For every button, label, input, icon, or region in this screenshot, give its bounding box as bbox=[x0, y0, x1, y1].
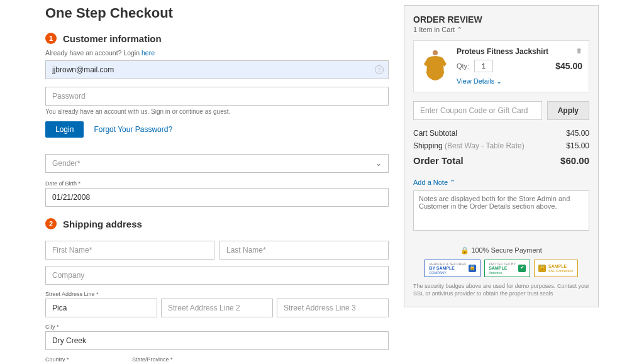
zip-spacer bbox=[219, 356, 302, 362]
street2-field[interactable] bbox=[161, 299, 273, 317]
secure-payment-label: 🔒 100% Secure Payment bbox=[413, 246, 589, 255]
apply-coupon-button[interactable]: Apply bbox=[547, 101, 589, 120]
qty-input[interactable] bbox=[474, 60, 493, 72]
last-name-field[interactable] bbox=[219, 241, 389, 260]
chevron-up-icon: ⌃ bbox=[450, 178, 455, 186]
section-customer-title: Customer information bbox=[63, 33, 162, 44]
gender-select[interactable]: Gender* ⌄ bbox=[45, 154, 389, 173]
view-details-toggle[interactable]: View Details ⌄ bbox=[457, 77, 502, 85]
existing-account-note: You already have an account with us. Sig… bbox=[45, 108, 389, 115]
shield-icon: ✔ bbox=[518, 265, 526, 272]
trust-badge-verified: VERIFIED & SECURED BY SAMPLE COMPANY 🔒 bbox=[425, 260, 480, 277]
chevron-down-icon: ⌄ bbox=[496, 77, 502, 85]
trust-badge-antivirus: PROTECTED BY SAMPLE Antivirus ✔ bbox=[484, 260, 530, 277]
login-button[interactable]: Login bbox=[45, 121, 84, 138]
country-label: Country * bbox=[45, 356, 128, 362]
shipping-label: Shipping (Best Way - Table Rate) bbox=[413, 141, 525, 150]
chevron-up-icon: ⌃ bbox=[457, 26, 462, 33]
password-field[interactable] bbox=[45, 87, 389, 106]
order-review-panel: ORDER REVIEW 1 Item in Cart ⌃ Proteus bbox=[404, 5, 599, 307]
cart-item: Proteus Fitness Jackshirt 🗑 Qty: $45.00 … bbox=[413, 40, 589, 92]
chevron-down-icon: ⌄ bbox=[375, 159, 382, 168]
dob-field[interactable] bbox=[45, 188, 389, 207]
order-review-title: ORDER REVIEW bbox=[413, 14, 589, 25]
street3-field[interactable] bbox=[277, 299, 389, 317]
shipping-detail: (Best Way - Table Rate) bbox=[443, 141, 525, 150]
state-label: State/Province * bbox=[132, 356, 215, 362]
item-price: $45.00 bbox=[555, 61, 582, 71]
dob-label: Date of Birth * bbox=[45, 180, 389, 187]
lock-icon: 🔒 bbox=[469, 265, 476, 272]
lock-icon: 🔒 bbox=[538, 265, 546, 272]
svg-point-0 bbox=[433, 50, 438, 55]
lock-icon: 🔒 bbox=[460, 246, 469, 254]
section-shipping-title: Shipping address bbox=[63, 219, 142, 229]
step-badge-2: 2 bbox=[45, 218, 57, 229]
cart-count-label: 1 Item in Cart bbox=[413, 26, 455, 33]
badge-disclaimer: The security badges above are used for d… bbox=[413, 282, 589, 298]
add-note-label: Add a Note bbox=[413, 178, 448, 186]
view-details-label: View Details bbox=[457, 77, 494, 85]
qty-label: Qty: bbox=[457, 62, 469, 70]
forgot-password-link[interactable]: Forgot Your Password? bbox=[94, 125, 172, 134]
login-hint: Already have an account? Login here bbox=[45, 49, 389, 57]
order-total-label: Order Total bbox=[413, 155, 464, 166]
step-badge-1: 1 bbox=[45, 33, 57, 44]
trash-icon[interactable]: 🗑 bbox=[576, 47, 582, 54]
page-title: One Step Checkout bbox=[45, 5, 389, 21]
trust-badge-ssl: 🔒 SAMPLE SSL Connection bbox=[534, 260, 578, 277]
city-field[interactable] bbox=[45, 331, 389, 350]
shipping-value: $15.00 bbox=[566, 141, 589, 150]
first-name-field[interactable] bbox=[45, 241, 214, 260]
order-note-textarea[interactable] bbox=[413, 190, 589, 231]
item-name: Proteus Fitness Jackshirt bbox=[457, 47, 548, 56]
gender-placeholder: Gender* bbox=[52, 159, 80, 168]
secure-payment-text: 100% Secure Payment bbox=[471, 246, 542, 254]
cart-count-toggle[interactable]: 1 Item in Cart ⌃ bbox=[413, 26, 589, 34]
section-customer-head: 1 Customer information bbox=[45, 33, 389, 44]
subtotal-value: $45.00 bbox=[566, 129, 589, 138]
login-here-link[interactable]: here bbox=[142, 49, 155, 57]
add-note-toggle[interactable]: Add a Note ⌃ bbox=[413, 178, 455, 187]
city-label: City * bbox=[45, 324, 389, 330]
email-field[interactable] bbox=[45, 60, 389, 79]
help-icon[interactable]: ? bbox=[375, 65, 384, 74]
company-field[interactable] bbox=[45, 266, 389, 285]
trust-badges: VERIFIED & SECURED BY SAMPLE COMPANY 🔒 P… bbox=[413, 260, 589, 277]
street1-field[interactable] bbox=[45, 299, 157, 317]
item-thumbnail bbox=[420, 47, 450, 84]
subtotal-label: Cart Subtotal bbox=[413, 129, 457, 138]
login-hint-text: Already have an account? Login bbox=[45, 49, 142, 57]
coupon-input[interactable] bbox=[413, 101, 542, 120]
order-total-value: $60.00 bbox=[560, 155, 589, 166]
section-shipping-head: 2 Shipping address bbox=[45, 218, 389, 229]
street-label: Street Address Line * bbox=[45, 291, 389, 297]
phone-spacer bbox=[306, 356, 389, 362]
